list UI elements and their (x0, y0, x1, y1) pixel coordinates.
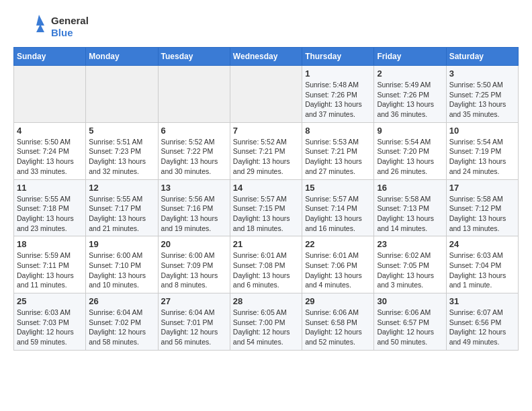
day-number: 29 (305, 296, 371, 306)
calendar-cell: 28Sunrise: 6:05 AM Sunset: 7:00 PM Dayli… (230, 293, 302, 351)
logo-blue: Blue (51, 27, 89, 39)
calendar-week-2: 4Sunrise: 5:50 AM Sunset: 7:24 PM Daylig… (14, 122, 519, 179)
logo: GeneralBlue (13, 13, 89, 40)
calendar-cell: 10Sunrise: 5:54 AM Sunset: 7:19 PM Dayli… (446, 122, 518, 179)
day-number: 14 (233, 183, 299, 193)
calendar-header: SundayMondayTuesdayWednesdayThursdayFrid… (14, 48, 519, 66)
header-cell-saturday: Saturday (446, 48, 518, 66)
calendar-cell: 15Sunrise: 5:57 AM Sunset: 7:14 PM Dayli… (302, 179, 374, 236)
day-number: 27 (161, 296, 227, 306)
calendar-cell (14, 66, 86, 123)
day-number: 16 (377, 183, 443, 193)
day-info: Sunrise: 5:50 AM Sunset: 7:24 PM Dayligh… (17, 137, 83, 177)
day-number: 11 (17, 183, 83, 193)
day-info: Sunrise: 5:55 AM Sunset: 7:18 PM Dayligh… (17, 194, 83, 234)
day-info: Sunrise: 6:06 AM Sunset: 6:58 PM Dayligh… (305, 308, 371, 347)
day-number: 3 (449, 68, 515, 79)
calendar-week-5: 25Sunrise: 6:03 AM Sunset: 7:03 PM Dayli… (14, 293, 519, 351)
svg-marker-0 (36, 15, 44, 32)
day-info: Sunrise: 6:02 AM Sunset: 7:05 PM Dayligh… (377, 250, 443, 290)
day-number: 31 (449, 296, 515, 306)
day-info: Sunrise: 5:57 AM Sunset: 7:15 PM Dayligh… (233, 194, 299, 234)
calendar-cell: 5Sunrise: 5:51 AM Sunset: 7:23 PM Daylig… (86, 122, 158, 179)
calendar-week-4: 18Sunrise: 5:59 AM Sunset: 7:11 PM Dayli… (14, 236, 519, 293)
logo-svg (13, 13, 47, 40)
calendar-cell: 23Sunrise: 6:02 AM Sunset: 7:05 PM Dayli… (374, 236, 446, 293)
day-info: Sunrise: 6:00 AM Sunset: 7:09 PM Dayligh… (161, 250, 227, 290)
day-info: Sunrise: 5:59 AM Sunset: 7:11 PM Dayligh… (17, 250, 83, 290)
calendar-cell: 24Sunrise: 6:03 AM Sunset: 7:04 PM Dayli… (446, 236, 518, 293)
day-number: 28 (233, 296, 299, 306)
day-info: Sunrise: 6:07 AM Sunset: 6:56 PM Dayligh… (449, 308, 515, 347)
day-info: Sunrise: 5:52 AM Sunset: 7:22 PM Dayligh… (161, 137, 227, 177)
logo-text: GeneralBlue (51, 15, 89, 39)
calendar-cell: 3Sunrise: 5:50 AM Sunset: 7:25 PM Daylig… (446, 66, 518, 123)
calendar-cell: 27Sunrise: 6:04 AM Sunset: 7:01 PM Dayli… (158, 293, 230, 351)
day-number: 13 (161, 183, 227, 193)
calendar-cell: 8Sunrise: 5:53 AM Sunset: 7:21 PM Daylig… (302, 122, 374, 179)
calendar-cell (86, 66, 158, 123)
day-info: Sunrise: 6:01 AM Sunset: 7:08 PM Dayligh… (233, 250, 299, 290)
calendar-cell: 4Sunrise: 5:50 AM Sunset: 7:24 PM Daylig… (14, 122, 86, 179)
calendar-cell: 11Sunrise: 5:55 AM Sunset: 7:18 PM Dayli… (14, 179, 86, 236)
day-number: 25 (17, 296, 83, 306)
calendar-cell: 16Sunrise: 5:58 AM Sunset: 7:13 PM Dayli… (374, 179, 446, 236)
calendar-cell: 29Sunrise: 6:06 AM Sunset: 6:58 PM Dayli… (302, 293, 374, 351)
day-info: Sunrise: 6:04 AM Sunset: 7:02 PM Dayligh… (89, 308, 154, 347)
calendar-cell: 14Sunrise: 5:57 AM Sunset: 7:15 PM Dayli… (230, 179, 302, 236)
day-info: Sunrise: 6:06 AM Sunset: 6:57 PM Dayligh… (377, 308, 443, 347)
day-number: 9 (377, 126, 443, 136)
day-info: Sunrise: 5:57 AM Sunset: 7:14 PM Dayligh… (305, 194, 371, 234)
day-number: 10 (449, 126, 515, 136)
header-cell-tuesday: Tuesday (158, 48, 230, 66)
day-info: Sunrise: 5:51 AM Sunset: 7:23 PM Dayligh… (89, 137, 154, 177)
day-number: 23 (377, 239, 443, 249)
calendar-cell: 6Sunrise: 5:52 AM Sunset: 7:22 PM Daylig… (158, 122, 230, 179)
calendar-cell: 9Sunrise: 5:54 AM Sunset: 7:20 PM Daylig… (374, 122, 446, 179)
calendar-cell: 31Sunrise: 6:07 AM Sunset: 6:56 PM Dayli… (446, 293, 518, 351)
header-cell-wednesday: Wednesday (230, 48, 302, 66)
day-info: Sunrise: 6:00 AM Sunset: 7:10 PM Dayligh… (89, 250, 154, 290)
calendar-cell: 7Sunrise: 5:52 AM Sunset: 7:21 PM Daylig… (230, 122, 302, 179)
day-number: 7 (233, 126, 299, 136)
header-cell-friday: Friday (374, 48, 446, 66)
day-info: Sunrise: 5:56 AM Sunset: 7:16 PM Dayligh… (161, 194, 227, 234)
calendar-cell: 20Sunrise: 6:00 AM Sunset: 7:09 PM Dayli… (158, 236, 230, 293)
calendar-cell: 19Sunrise: 6:00 AM Sunset: 7:10 PM Dayli… (86, 236, 158, 293)
day-info: Sunrise: 6:03 AM Sunset: 7:04 PM Dayligh… (449, 250, 515, 290)
calendar-cell: 30Sunrise: 6:06 AM Sunset: 6:57 PM Dayli… (374, 293, 446, 351)
calendar-cell: 2Sunrise: 5:49 AM Sunset: 7:26 PM Daylig… (374, 66, 446, 123)
day-info: Sunrise: 5:58 AM Sunset: 7:13 PM Dayligh… (377, 194, 443, 234)
day-info: Sunrise: 5:50 AM Sunset: 7:25 PM Dayligh… (449, 80, 515, 120)
calendar-cell (158, 66, 230, 123)
day-number: 24 (449, 239, 515, 249)
calendar-cell (230, 66, 302, 123)
day-info: Sunrise: 5:49 AM Sunset: 7:26 PM Dayligh… (377, 80, 443, 120)
calendar-cell: 26Sunrise: 6:04 AM Sunset: 7:02 PM Dayli… (86, 293, 158, 351)
header: GeneralBlue (13, 13, 519, 40)
day-number: 22 (305, 239, 371, 249)
calendar-cell: 1Sunrise: 5:48 AM Sunset: 7:26 PM Daylig… (302, 66, 374, 123)
day-number: 4 (17, 126, 83, 136)
header-row: SundayMondayTuesdayWednesdayThursdayFrid… (14, 48, 519, 66)
calendar-week-3: 11Sunrise: 5:55 AM Sunset: 7:18 PM Dayli… (14, 179, 519, 236)
calendar-cell: 13Sunrise: 5:56 AM Sunset: 7:16 PM Dayli… (158, 179, 230, 236)
day-number: 8 (305, 126, 371, 136)
logo-general: General (51, 15, 89, 27)
calendar-cell: 21Sunrise: 6:01 AM Sunset: 7:08 PM Dayli… (230, 236, 302, 293)
day-number: 30 (377, 296, 443, 306)
calendar-week-1: 1Sunrise: 5:48 AM Sunset: 7:26 PM Daylig… (14, 66, 519, 123)
day-number: 15 (305, 183, 371, 193)
day-number: 2 (377, 68, 443, 79)
day-info: Sunrise: 6:04 AM Sunset: 7:01 PM Dayligh… (161, 308, 227, 347)
calendar-body: 1Sunrise: 5:48 AM Sunset: 7:26 PM Daylig… (14, 66, 519, 351)
day-number: 21 (233, 239, 299, 249)
day-number: 1 (305, 68, 371, 79)
day-info: Sunrise: 5:58 AM Sunset: 7:12 PM Dayligh… (449, 194, 515, 234)
day-info: Sunrise: 6:01 AM Sunset: 7:06 PM Dayligh… (305, 250, 371, 290)
header-cell-sunday: Sunday (14, 48, 86, 66)
calendar-cell: 25Sunrise: 6:03 AM Sunset: 7:03 PM Dayli… (14, 293, 86, 351)
day-number: 18 (17, 239, 83, 249)
calendar-cell: 18Sunrise: 5:59 AM Sunset: 7:11 PM Dayli… (14, 236, 86, 293)
day-number: 19 (89, 239, 154, 249)
